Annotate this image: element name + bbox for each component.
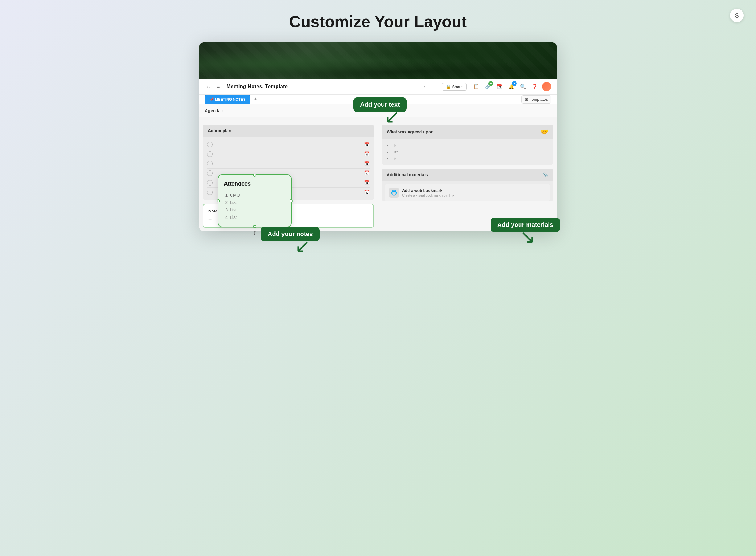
- search-icon[interactable]: 🔍: [519, 82, 527, 91]
- link-icon[interactable]: 🔗 26: [483, 82, 492, 91]
- green-badge: 26: [488, 81, 493, 86]
- action-plan-header: Action plan: [203, 125, 374, 137]
- circle-2: [207, 151, 213, 157]
- menu-icon[interactable]: ≡: [215, 83, 222, 90]
- attendees-card: Attendees CMO List List List ↕: [218, 174, 292, 227]
- action-row-1[interactable]: 📅: [207, 140, 370, 149]
- cal-2: 📅: [364, 151, 370, 157]
- circle-4: [207, 170, 213, 176]
- agenda-bar: Agenda : Date:: [199, 104, 557, 117]
- agreed-list: List List List: [386, 142, 549, 162]
- materials-card: Additional materials 📎 🌐 Add a web bookm…: [382, 169, 553, 201]
- avatar[interactable]: [542, 82, 551, 91]
- more-icon[interactable]: ···: [432, 83, 439, 90]
- handshake-emoji: 🤝: [541, 128, 548, 136]
- circle-3: [207, 161, 213, 167]
- agreed-item-1: List: [391, 142, 549, 149]
- add-tab-button[interactable]: +: [251, 96, 260, 104]
- attendee-4: List: [230, 214, 285, 221]
- agreed-item-3: List: [391, 155, 549, 162]
- home-icon[interactable]: ⌂: [205, 83, 212, 90]
- help-icon[interactable]: ❓: [530, 82, 539, 91]
- agenda-left: Agenda :: [199, 104, 378, 117]
- cal-1: 📅: [364, 142, 370, 147]
- attendee-2: List: [230, 199, 285, 206]
- cal-6: 📅: [364, 189, 370, 195]
- handle-left[interactable]: [217, 199, 220, 203]
- calendar-icon[interactable]: 📅: [495, 82, 504, 91]
- bookmark-text: Add a web bookmark Create a visual bookm…: [402, 188, 454, 197]
- callout-notes-arrow: ↙: [285, 239, 320, 254]
- bookmark-subtitle: Create a visual bookmark from link: [402, 194, 454, 197]
- app-logo: S: [730, 9, 744, 22]
- resize-arrow-icon[interactable]: ↕: [253, 229, 256, 236]
- handle-right[interactable]: [289, 199, 293, 203]
- action-row-3[interactable]: 📅: [207, 159, 370, 169]
- circle-1: [207, 142, 213, 147]
- agreed-item-2: List: [391, 149, 549, 155]
- undo-icon[interactable]: ↩: [422, 83, 429, 90]
- templates-grid-icon: ⊞: [525, 97, 528, 102]
- circle-6: [207, 189, 213, 195]
- attendee-1: CMO: [230, 192, 285, 199]
- blue-badge: 8: [512, 81, 517, 86]
- cal-4: 📅: [364, 170, 370, 176]
- agreed-card: What was agreed upon 🤝 List List List: [382, 125, 553, 165]
- page-title: Customize Your Layout: [289, 12, 467, 31]
- banner: [199, 42, 557, 79]
- agreed-header: What was agreed upon 🤝: [382, 125, 553, 139]
- tabs-bar: 📌 MEETING NOTES + ⊞ Templates: [199, 95, 557, 104]
- lock-icon: 🔒: [446, 84, 451, 89]
- handle-top[interactable]: [253, 174, 256, 177]
- top-nav: ⌂ ≡ Meeting Notes. Template ↩ ··· 🔒 Shar…: [199, 79, 557, 95]
- attendees-title: Attendees: [224, 181, 285, 187]
- bell-icon[interactable]: 🔔 8: [507, 82, 516, 91]
- handle-bottom[interactable]: [253, 225, 256, 228]
- bookmark-title: Add a web bookmark: [402, 188, 454, 193]
- share-button[interactable]: 🔒 Share: [442, 83, 467, 91]
- attendees-list: CMO List List List: [224, 192, 285, 221]
- bookmark-card[interactable]: 🌐 Add a web bookmark Create a visual boo…: [385, 184, 550, 201]
- action-row-2[interactable]: 📅: [207, 149, 370, 159]
- materials-header: Additional materials 📎: [382, 169, 553, 181]
- cal-5: 📅: [364, 180, 370, 185]
- attendee-3: List: [230, 206, 285, 214]
- cal-3: 📅: [364, 161, 370, 167]
- bookmark-icon-box: 🌐: [389, 188, 399, 198]
- agenda-right: Date:: [378, 104, 557, 117]
- clip-icon: 📎: [543, 172, 548, 177]
- clipboard-icon[interactable]: 📋: [472, 82, 480, 91]
- callout-materials-arrow: ↘: [490, 230, 535, 244]
- templates-button[interactable]: ⊞ Templates: [521, 95, 551, 104]
- active-tab[interactable]: 📌 MEETING NOTES: [205, 95, 250, 104]
- doc-title: Meeting Notes. Template: [226, 83, 418, 90]
- circle-5: [207, 180, 213, 185]
